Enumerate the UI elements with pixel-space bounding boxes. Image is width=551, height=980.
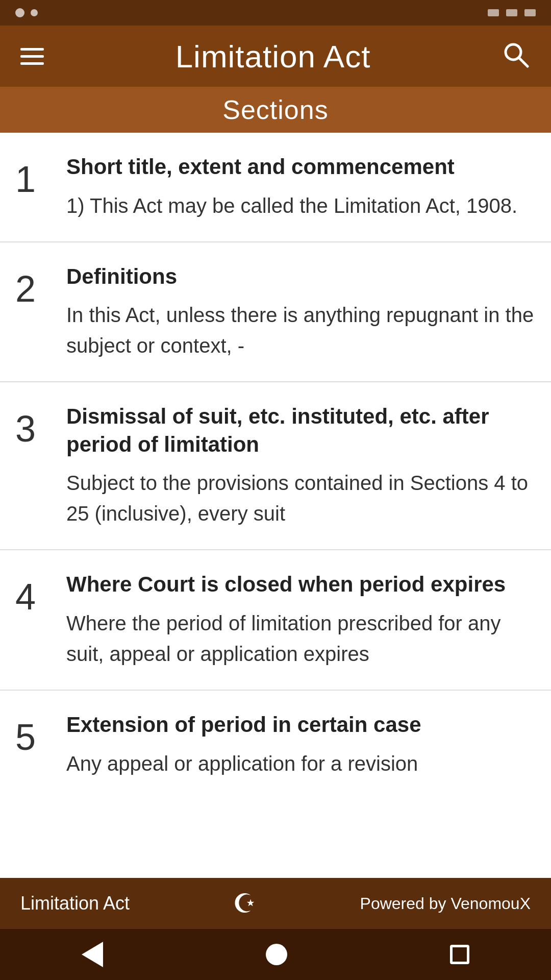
wifi-indicator [506, 9, 517, 16]
menu-button[interactable] [20, 48, 44, 65]
section-heading-2: Definitions [66, 263, 536, 291]
section-heading-1: Short title, extent and commencement [66, 153, 536, 181]
footer-icon: ☪ [233, 888, 257, 919]
nav-recent-button[interactable] [450, 945, 469, 964]
section-content-3: Dismissal of suit, etc. instituted, etc.… [66, 403, 536, 529]
section-number-4: 4 [15, 576, 66, 618]
section-content-4: Where Court is closed when period expire… [66, 571, 536, 669]
app-bar: Limitation Act [0, 26, 551, 87]
section-item-5[interactable]: 5 Extension of period in certain case An… [0, 691, 551, 810]
search-icon [502, 41, 531, 69]
status-bar [0, 0, 551, 26]
section-item-2[interactable]: 2 Definitions In this Act, unless there … [0, 242, 551, 383]
sections-banner-label: Sections [222, 94, 328, 125]
section-number-3: 3 [15, 408, 66, 450]
svg-line-1 [519, 58, 528, 66]
section-body-5: Any appeal or application for a revision [66, 748, 536, 779]
status-dot-1 [15, 8, 24, 17]
search-button[interactable] [502, 41, 531, 71]
section-number-2: 2 [15, 268, 66, 310]
footer-powered-by: Powered by VenomouX [360, 894, 531, 913]
section-item-3[interactable]: 3 Dismissal of suit, etc. instituted, et… [0, 382, 551, 550]
hamburger-line-3 [20, 62, 44, 65]
status-bar-left [15, 8, 38, 17]
battery-indicator [524, 9, 536, 16]
section-heading-5: Extension of period in certain case [66, 711, 536, 739]
back-icon [82, 942, 103, 967]
signal-indicator [488, 9, 499, 16]
section-heading-4: Where Court is closed when period expire… [66, 571, 536, 599]
status-dot-2 [31, 9, 38, 16]
section-item-1[interactable]: 1 Short title, extent and commencement 1… [0, 133, 551, 242]
sections-banner: Sections [0, 87, 551, 133]
hamburger-line-1 [20, 48, 44, 51]
hamburger-line-2 [20, 55, 44, 58]
nav-bar [0, 929, 551, 980]
section-body-4: Where the period of limitation prescribe… [66, 608, 536, 669]
recent-icon [450, 945, 469, 964]
section-heading-3: Dismissal of suit, etc. instituted, etc.… [66, 403, 536, 458]
home-icon [266, 944, 287, 965]
content-area: 1 Short title, extent and commencement 1… [0, 133, 551, 878]
section-number-1: 1 [15, 158, 66, 200]
footer-app-name: Limitation Act [20, 893, 130, 914]
section-content-2: Definitions In this Act, unless there is… [66, 263, 536, 361]
section-item-4[interactable]: 4 Where Court is closed when period expi… [0, 550, 551, 691]
section-content-5: Extension of period in certain case Any … [66, 711, 536, 779]
section-body-2: In this Act, unless there is anything re… [66, 300, 536, 361]
footer-bar: Limitation Act ☪ Powered by VenomouX [0, 878, 551, 929]
section-body-1: 1) This Act may be called the Limitation… [66, 190, 536, 221]
status-bar-right [488, 9, 536, 16]
section-number-5: 5 [15, 716, 66, 758]
app-title: Limitation Act [176, 38, 371, 75]
section-content-1: Short title, extent and commencement 1) … [66, 153, 536, 221]
nav-back-button[interactable] [82, 942, 103, 967]
nav-home-button[interactable] [266, 944, 287, 965]
section-body-3: Subject to the provisions contained in S… [66, 468, 536, 529]
